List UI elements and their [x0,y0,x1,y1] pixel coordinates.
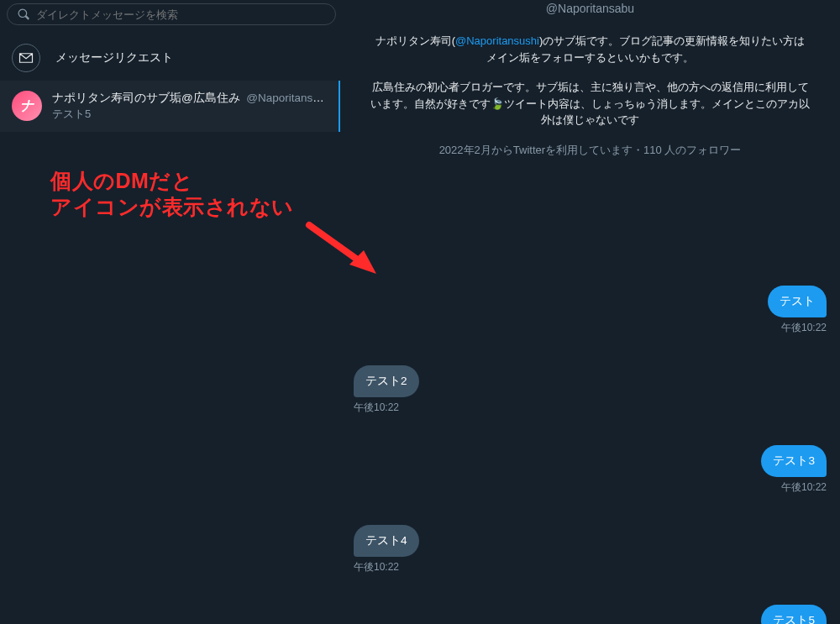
message-received[interactable]: テスト4 午後10:22 [354,525,827,574]
messages-container: テスト 午後10:22 テスト2 午後10:22 テスト3 午後10:22 テス… [354,158,827,624]
search-input[interactable] [36,8,325,21]
message-requests-row[interactable]: メッセージリクエスト [0,35,340,81]
profile-bio-2: 広島住みの初心者ブロガーです。サブ垢は、主に独り言や、他の方への返信用に利用して… [370,79,810,128]
right-panel: @Naporitansabu ナポリタン寿司(@Naporitansushi)の… [340,0,840,624]
message-bubble: テスト4 [354,525,419,557]
search-box[interactable] [7,3,336,25]
profile-link[interactable]: @Naporitansushi [455,34,539,47]
search-icon [18,8,29,20]
message-sent[interactable]: テスト5 午後10:22・送信済み [354,605,827,624]
message-bubble: テスト [768,286,827,317]
message-bubble: テスト3 [761,445,827,477]
message-sent[interactable]: テスト3 午後10:22 [354,445,827,495]
message-time: 午後10:22 [354,401,399,415]
message-requests-label: メッセージリクエスト [55,50,173,66]
avatar: ナ [12,91,42,121]
arrow-icon [302,218,386,286]
message-time: 午後10:22 [354,560,399,574]
message-received[interactable]: テスト2 午後10:22 [354,365,827,415]
message-time: 午後10:22 [781,480,827,495]
search-wrap [0,0,340,29]
profile-handle[interactable]: @Naporitansabu [370,0,810,18]
profile-meta: 2022年2月からTwitterを利用しています・110 人のフォロワー [370,142,810,159]
left-panel: メッセージリクエスト ナ ナポリタン寿司のサブ垢@広島住み @Naporitan… [0,0,340,624]
conversation-handle: @Naporitansa [243,92,323,104]
profile-info: @Naporitansabu ナポリタン寿司(@Naporitansushi)の… [354,0,827,158]
conversation-name: ナポリタン寿司のサブ垢@広島住み [52,92,240,104]
conversation-header: ナポリタン寿司のサブ垢@広島住み @Naporitansa · 2秒 [52,91,327,106]
envelope-icon [12,44,40,72]
message-sent[interactable]: テスト 午後10:22 [354,286,827,335]
message-bubble: テスト2 [354,365,419,397]
conversation-text: ナポリタン寿司のサブ垢@広島住み @Naporitansa · 2秒 テスト5 [52,91,327,122]
message-time: 午後10:22 [781,321,827,335]
message-bubble: テスト5 [761,605,827,624]
profile-bio-1: ナポリタン寿司(@Naporitansushi)のサブ垢です。ブログ記事の更新情… [370,33,810,66]
conversation-preview: テスト5 [52,107,327,122]
conversation-item[interactable]: ナ ナポリタン寿司のサブ垢@広島住み @Naporitansa · 2秒 テスト… [0,81,340,132]
annotation-text: 個人のDMだと アイコンが表示されない [50,168,294,221]
